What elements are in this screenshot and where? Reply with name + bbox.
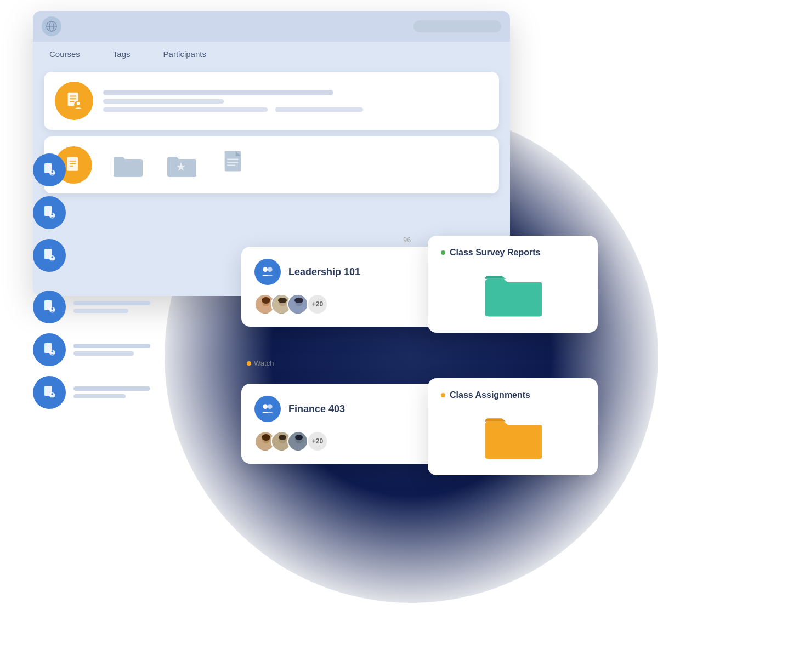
line	[73, 301, 150, 305]
number-badge: 96	[403, 236, 411, 244]
file-icon-doc-gray	[216, 146, 253, 184]
leadership-header: Leadership 101	[254, 259, 431, 285]
nav-participants[interactable]: Participants	[163, 49, 206, 59]
sidebar-icons	[33, 153, 66, 272]
svg-point-20	[51, 170, 53, 173]
dot-orange-assignments	[441, 393, 445, 397]
sidebar-row-2[interactable]	[33, 333, 150, 366]
course-icon-orange	[55, 82, 93, 120]
avatar-more-finance: +20	[307, 431, 328, 452]
nav-courses[interactable]: Courses	[49, 49, 80, 59]
sidebar-icon-row-orange	[33, 153, 66, 186]
survey-card[interactable]: Class Survey Reports	[428, 236, 598, 333]
line	[73, 344, 150, 348]
folder-star	[162, 146, 200, 184]
course-card-main[interactable]	[44, 72, 499, 130]
svg-point-35	[51, 393, 53, 395]
avatars-row-finance: +20	[254, 431, 431, 452]
sidebar-circle-1	[33, 153, 66, 186]
sidebar-rows	[33, 291, 150, 409]
survey-title: Class Survey Reports	[450, 248, 540, 258]
svg-point-40	[262, 297, 270, 304]
svg-rect-9	[67, 157, 78, 171]
leadership-card[interactable]: Leadership 101	[241, 247, 444, 327]
svg-point-8	[77, 102, 80, 105]
line	[73, 309, 128, 313]
assignments-card[interactable]: Class Assignments	[428, 378, 598, 475]
avatars-row-leadership: +20	[254, 294, 431, 315]
avatar-3	[287, 294, 308, 315]
watch-text-1: Watch	[254, 359, 274, 367]
line-1	[103, 90, 333, 95]
search-bar[interactable]	[413, 20, 501, 32]
svg-point-37	[268, 267, 273, 272]
sidebar-circle-2	[33, 196, 66, 229]
sidebar-row-3[interactable]	[33, 376, 150, 409]
sidebar-row-icon-2	[33, 333, 66, 366]
sidebar-icon-row-3	[33, 239, 66, 272]
line	[73, 351, 134, 356]
app-content	[33, 66, 510, 199]
sidebar-icon-row-2	[33, 196, 66, 229]
svg-point-57	[295, 435, 303, 440]
svg-point-54	[279, 435, 286, 440]
dot-green-survey	[441, 250, 445, 255]
svg-point-46	[294, 298, 303, 303]
finance-title: Finance 403	[288, 403, 345, 415]
svg-point-26	[51, 256, 53, 258]
sidebar-row-lines-1	[73, 301, 150, 313]
globe-icon	[42, 16, 61, 36]
folder-orange-icon	[483, 411, 543, 463]
line-2	[103, 99, 224, 104]
leadership-title: Leadership 101	[288, 266, 360, 278]
avatar-more-leadership: +20	[307, 294, 328, 315]
sidebar-row-icon-1	[33, 291, 66, 323]
course-lines	[103, 90, 488, 112]
svg-point-48	[268, 404, 273, 409]
watch-label-1: Watch	[247, 359, 274, 367]
sidebar-row-lines-3	[73, 386, 150, 398]
finance-avatar-3	[287, 431, 308, 452]
folder-gray-1	[109, 146, 146, 184]
files-card[interactable]	[44, 136, 499, 193]
svg-point-43	[278, 298, 287, 303]
finance-icon	[254, 396, 281, 422]
line	[73, 394, 126, 398]
finance-card[interactable]: Finance 403	[241, 384, 444, 464]
sidebar-circle-3	[33, 239, 66, 272]
dot-orange-1	[247, 361, 251, 366]
line	[73, 386, 150, 391]
folder-teal-icon	[483, 269, 543, 321]
svg-point-51	[262, 434, 270, 441]
scene: Courses Tags Participants	[0, 0, 799, 672]
svg-point-47	[263, 404, 268, 409]
svg-point-29	[51, 307, 53, 310]
titlebar	[33, 11, 510, 42]
svg-point-23	[51, 213, 53, 215]
line-3	[103, 107, 268, 112]
sidebar-row-1[interactable]	[33, 291, 150, 323]
line-4	[275, 107, 363, 112]
sidebar-row-lines-2	[73, 344, 150, 356]
app-nav: Courses Tags Participants	[33, 42, 510, 66]
nav-tags[interactable]: Tags	[113, 49, 131, 59]
assignments-title: Class Assignments	[450, 390, 530, 400]
sidebar-row-icon-3	[33, 376, 66, 409]
finance-header: Finance 403	[254, 396, 431, 422]
leadership-icon	[254, 259, 281, 285]
svg-point-36	[263, 267, 268, 272]
svg-point-32	[51, 350, 53, 352]
survey-header: Class Survey Reports	[441, 248, 585, 258]
assignments-header: Class Assignments	[441, 390, 585, 400]
